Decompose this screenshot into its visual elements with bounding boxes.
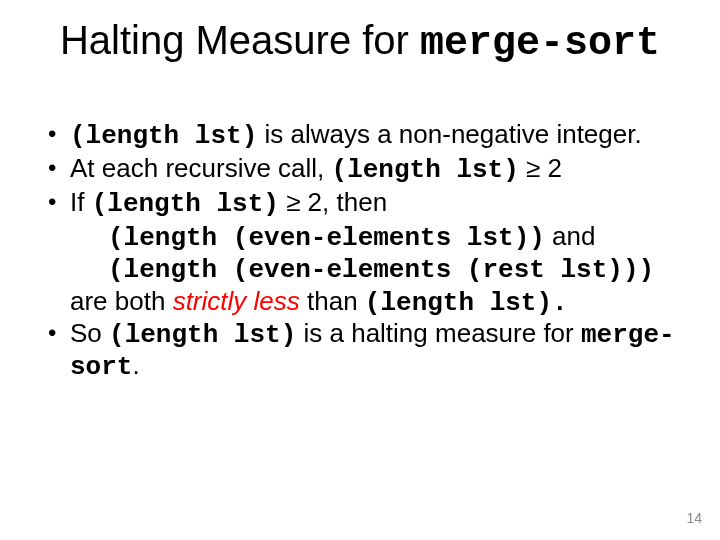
bullet-4-code: (length lst) bbox=[109, 320, 296, 350]
bullet-1-code: (length lst) bbox=[70, 121, 257, 151]
slide-title: Halting Measure for merge-sort bbox=[0, 18, 720, 66]
title-code: merge-sort bbox=[420, 21, 660, 66]
bullet-4-head: So bbox=[70, 318, 109, 348]
page-number: 14 bbox=[686, 510, 702, 526]
bullet-3-code: (length lst) bbox=[92, 189, 279, 219]
indent-line-1: (length (even-elements lst)) and bbox=[108, 222, 676, 254]
bullet-4-tail: . bbox=[132, 350, 139, 380]
after-code: (length lst). bbox=[365, 288, 568, 318]
indent-block: (length (even-elements lst)) and (length… bbox=[108, 222, 676, 286]
slide: Halting Measure for merge-sort (length l… bbox=[0, 0, 720, 540]
after-mid: than bbox=[300, 286, 365, 316]
indent-line-2: (length (even-elements (rest lst))) bbox=[108, 254, 676, 286]
slide-body: (length lst) is always a non-negative in… bbox=[44, 120, 676, 385]
bullet-4: So (length lst) is a halting measure for… bbox=[44, 319, 676, 383]
bullet-2-head: At each recursive call, bbox=[70, 153, 332, 183]
title-text: Halting Measure for bbox=[60, 18, 420, 62]
indent-1-code: (length (even-elements lst)) bbox=[108, 223, 545, 253]
indent-2-code: (length (even-elements (rest lst))) bbox=[108, 255, 654, 285]
bullet-3-head: If bbox=[70, 187, 92, 217]
after-red: strictly less bbox=[173, 286, 300, 316]
bullet-4-mid: is a halting measure for bbox=[296, 318, 581, 348]
bullet-1: (length lst) is always a non-negative in… bbox=[44, 120, 676, 152]
after-indent-line: are both strictly less than (length lst)… bbox=[70, 287, 676, 319]
indent-1-tail: and bbox=[545, 221, 596, 251]
bullet-2-tail: ≥ 2 bbox=[519, 153, 562, 183]
bullet-3: If (length lst) ≥ 2, then bbox=[44, 188, 676, 220]
bullet-3-tail: ≥ 2, then bbox=[279, 187, 387, 217]
bullet-2-code: (length lst) bbox=[332, 155, 519, 185]
after-head: are both bbox=[70, 286, 173, 316]
bullet-1-tail: is always a non-negative integer. bbox=[257, 119, 641, 149]
bullet-2: At each recursive call, (length lst) ≥ 2 bbox=[44, 154, 676, 186]
